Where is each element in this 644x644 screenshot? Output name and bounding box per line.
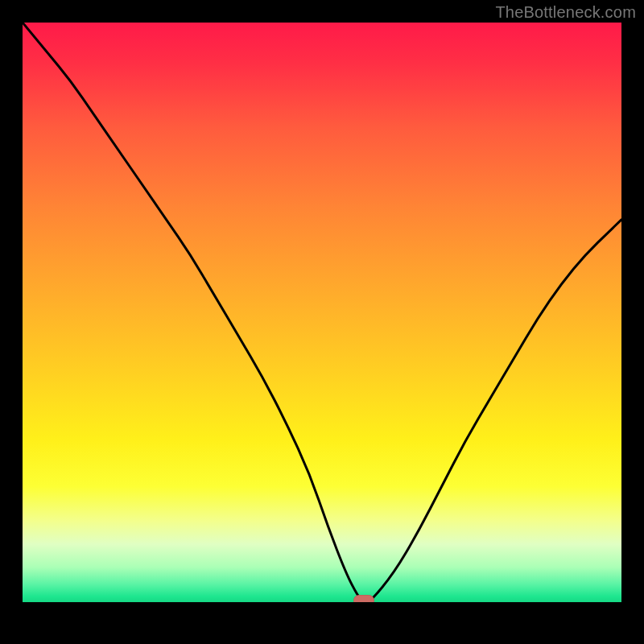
watermark-text: TheBottleneck.com [495,3,636,22]
plot-frame [23,23,621,621]
curve-svg [23,23,621,602]
bottleneck-curve [23,23,621,602]
optimal-point-marker [353,595,374,602]
plot-area [23,23,621,602]
